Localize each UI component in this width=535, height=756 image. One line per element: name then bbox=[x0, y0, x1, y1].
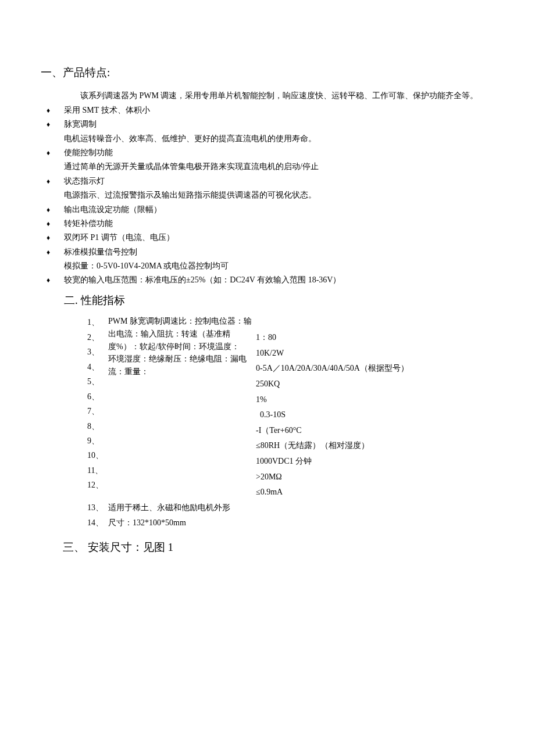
spec-number: 8、 bbox=[87, 419, 108, 433]
bullet-sub: 电机运转噪音小、效率高、低维护、更好的提高直流电机的使用寿命。 bbox=[64, 132, 494, 145]
spec-extra-row: 14、尺寸：132*100*50mm bbox=[87, 515, 494, 531]
document-body: 一、产品特点: 该系列调速器为 PWM 调速，采用专用单片机智能控制，响应速度快… bbox=[41, 64, 494, 556]
bullet-main: 标准模拟量信号控制 bbox=[64, 248, 137, 256]
bullet-main: 状态指示灯 bbox=[64, 177, 105, 185]
bullet-item: ♦输出电流设定功能（限幅） bbox=[41, 203, 494, 216]
spec-value: 250KQ bbox=[256, 377, 494, 392]
spec-extra-rows: 13、适用于稀土、永磁和他励电机外形14、尺寸：132*100*50mm bbox=[87, 500, 494, 531]
bullet-item: ♦采用 SMT 技术、体积小 bbox=[41, 104, 494, 117]
bullet-main: 脉宽调制 bbox=[64, 120, 97, 128]
spec-number: 14、 bbox=[87, 515, 108, 531]
bullet-sub: 模拟量：0-5V0-10V4-20MA 或电位器控制均可 bbox=[64, 260, 494, 273]
spec-number: 4、 bbox=[87, 360, 108, 374]
spec-block: 1、2、3、4、5、6、7、8、9、10、11、12、 PWM 脉宽调制调速比：… bbox=[87, 315, 494, 530]
spec-number: 3、 bbox=[87, 345, 108, 359]
bullet-main: 采用 SMT 技术、体积小 bbox=[64, 106, 150, 114]
section1-intro: 该系列调速器为 PWM 调速，采用专用单片机智能控制，响应速度快、运转平稳、工作… bbox=[64, 89, 494, 102]
bullet-main: 使能控制功能 bbox=[64, 148, 113, 157]
spec-number: 12、 bbox=[87, 478, 108, 492]
spec-value: 10K/2W bbox=[256, 346, 494, 361]
spec-value: 0-5A／10A/20A/30A/40A/50A（根据型号） bbox=[256, 361, 494, 377]
section1-bullet-list: ♦采用 SMT 技术、体积小♦脉宽调制电机运转噪音小、效率高、低维护、更好的提高… bbox=[41, 104, 494, 287]
spec-number: 2、 bbox=[87, 330, 108, 345]
spec-number: 11、 bbox=[87, 463, 108, 478]
bullet-item: ♦状态指示灯电源指示、过流报警指示及输出短路指示能提供调速器的可视化状态。 bbox=[41, 175, 494, 202]
diamond-icon: ♦ bbox=[47, 232, 50, 243]
diamond-icon: ♦ bbox=[47, 148, 50, 159]
spec-number-column: 1、2、3、4、5、6、7、8、9、10、11、12、 bbox=[87, 315, 108, 493]
bullet-main: 输出电流设定功能（限幅） bbox=[64, 205, 162, 214]
bullet-sub: 电源指示、过流报警指示及输出短路指示能提供调速器的可视化状态。 bbox=[64, 189, 494, 202]
spec-extra-row: 13、适用于稀土、永磁和他励电机外形 bbox=[87, 500, 494, 515]
spec-value: 1% bbox=[256, 392, 494, 408]
bullet-item: ♦脉宽调制电机运转噪音小、效率高、低维护、更好的提高直流电机的使用寿命。 bbox=[41, 118, 494, 145]
bullet-item: ♦较宽的输入电压范围：标准电压的±25%（如：DC24V 有效输入范围 18-3… bbox=[41, 274, 494, 286]
spec-value: ≤0.9mA bbox=[256, 485, 494, 500]
spec-value: 1：80 bbox=[256, 330, 494, 346]
bullet-main: 转矩补偿功能 bbox=[64, 219, 113, 228]
spec-value: -I（Ter+60°C bbox=[256, 423, 494, 439]
bullet-item: ♦使能控制功能通过简单的无源开关量或晶体管集电极开路来实现直流电机的启动/停止 bbox=[41, 146, 494, 174]
spec-number: 7、 bbox=[87, 404, 108, 418]
diamond-icon: ♦ bbox=[47, 275, 50, 286]
spec-value: >20MΩ bbox=[256, 470, 494, 485]
bullet-item: ♦标准模拟量信号控制模拟量：0-5V0-10V4-20MA 或电位器控制均可 bbox=[41, 246, 494, 273]
spec-label-column: PWM 脉宽调制调速比：控制电位器：输出电流：输入阻抗：转速（基准精度%）：软起… bbox=[108, 315, 256, 378]
spec-extra-text: 适用于稀土、永磁和他励电机外形 bbox=[108, 500, 230, 515]
diamond-icon: ♦ bbox=[47, 105, 50, 116]
spec-number: 9、 bbox=[87, 433, 108, 448]
bullet-item: ♦双闭环 P1 调节（电流、电压） bbox=[41, 231, 494, 244]
bullet-sub: 通过简单的无源开关量或晶体管集电极开路来实现直流电机的启动/停止 bbox=[64, 160, 494, 173]
spec-number: 1、 bbox=[87, 315, 108, 329]
spec-extra-text: 尺寸：132*100*50mm bbox=[108, 515, 186, 531]
diamond-icon: ♦ bbox=[47, 218, 50, 230]
bullet-main: 双闭环 P1 调节（电流、电压） bbox=[64, 233, 174, 242]
spec-value: 0.3-10S bbox=[256, 407, 494, 423]
diamond-icon: ♦ bbox=[47, 247, 50, 258]
spec-value: 1000VDC1 分钟 bbox=[256, 454, 494, 470]
spec-number: 10、 bbox=[87, 448, 108, 463]
section1-heading: 一、产品特点: bbox=[41, 64, 494, 81]
spec-number: 6、 bbox=[87, 389, 108, 404]
diamond-icon: ♦ bbox=[47, 119, 50, 130]
bullet-main: 较宽的输入电压范围：标准电压的±25%（如：DC24V 有效输入范围 18-36… bbox=[64, 275, 341, 284]
spec-left-column: 1、2、3、4、5、6、7、8、9、10、11、12、 PWM 脉宽调制调速比：… bbox=[87, 315, 256, 493]
diamond-icon: ♦ bbox=[47, 176, 50, 187]
bullet-item: ♦转矩补偿功能 bbox=[41, 217, 494, 230]
section2-heading: 二. 性能指标 bbox=[64, 292, 494, 309]
spec-value-column: 1：8010K/2W0-5A／10A/20A/30A/40A/50A（根据型号）… bbox=[256, 315, 494, 500]
spec-number: 5、 bbox=[87, 374, 108, 389]
diamond-icon: ♦ bbox=[47, 205, 50, 216]
spec-value: ≤80RH（无结露）（相对湿度） bbox=[256, 438, 494, 454]
spec-number: 13、 bbox=[87, 500, 108, 515]
section3-heading: 三、 安装尺寸：见图 1 bbox=[63, 539, 494, 556]
